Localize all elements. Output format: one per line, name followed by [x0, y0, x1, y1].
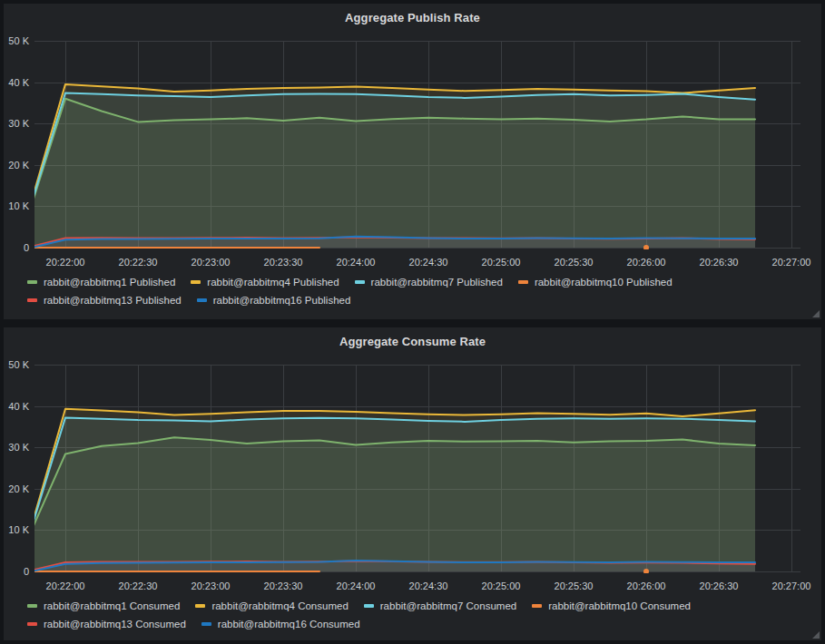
time-series-plot: 010 K20 K30 K40 K50 K20:22:0020:22:3020:…	[4, 4, 821, 276]
legend-item[interactable]: rabbit@rabbitmq13 Published	[27, 292, 182, 307]
panel-title-publish[interactable]: Aggregate Publish Rate	[4, 11, 821, 24]
svg-text:10 K: 10 K	[8, 200, 29, 211]
legend-series-color-icon	[532, 604, 542, 608]
legend-series-label: rabbit@rabbitmq10 Consumed	[548, 600, 691, 611]
svg-text:20:26:30: 20:26:30	[700, 581, 739, 591]
legend-series-color-icon	[195, 604, 205, 608]
legend-series-label: rabbit@rabbitmq4 Published	[207, 277, 339, 288]
svg-text:20:25:30: 20:25:30	[555, 581, 594, 591]
svg-text:20:23:30: 20:23:30	[264, 581, 303, 591]
svg-text:20:26:30: 20:26:30	[700, 257, 739, 268]
legend-series-color-icon	[191, 280, 201, 284]
svg-text:20:24:30: 20:24:30	[409, 581, 448, 591]
legend-series-label: rabbit@rabbitmq10 Published	[535, 277, 673, 288]
legend-series-color-icon	[27, 604, 37, 608]
panel-aggregate-publish-rate: 010 K20 K30 K40 K50 K20:22:0020:22:3020:…	[4, 4, 821, 319]
svg-text:50 K: 50 K	[8, 35, 29, 46]
legend-series-color-icon	[364, 604, 374, 608]
publish-rate-chart[interactable]: 010 K20 K30 K40 K50 K20:22:0020:22:3020:…	[4, 4, 821, 276]
legend-series-color-icon	[27, 298, 37, 302]
svg-text:50 K: 50 K	[8, 359, 29, 370]
svg-text:20:25:00: 20:25:00	[482, 581, 521, 591]
svg-text:30 K: 30 K	[8, 118, 29, 129]
svg-text:20:27:00: 20:27:00	[772, 257, 811, 268]
legend-series-color-icon	[355, 280, 365, 284]
legend-item[interactable]: rabbit@rabbitmq1 Consumed	[27, 598, 180, 613]
legend-series-label: rabbit@rabbitmq16 Consumed	[218, 619, 360, 629]
panel-aggregate-consume-rate: 010 K20 K30 K40 K50 K20:22:0020:22:3020:…	[4, 327, 821, 640]
legend-series-color-icon	[27, 280, 37, 284]
legend-item[interactable]: rabbit@rabbitmq7 Consumed	[364, 598, 516, 613]
svg-text:30 K: 30 K	[8, 442, 29, 453]
legend-series-label: rabbit@rabbitmq7 Published	[371, 277, 503, 288]
series-area	[34, 84, 755, 250]
consume-legend: rabbit@rabbitmq1 Consumedrabbit@rabbitmq…	[27, 598, 812, 631]
consume-rate-chart[interactable]: 010 K20 K30 K40 K50 K20:22:0020:22:3020:…	[4, 327, 821, 600]
svg-text:20:26:00: 20:26:00	[627, 257, 666, 268]
legend-series-label: rabbit@rabbitmq1 Published	[44, 277, 175, 288]
legend-series-color-icon	[197, 298, 207, 302]
legend-series-label: rabbit@rabbitmq13 Consumed	[44, 619, 186, 629]
legend-series-color-icon	[518, 280, 528, 284]
svg-text:20:22:30: 20:22:30	[119, 581, 158, 591]
svg-text:20:22:00: 20:22:00	[46, 257, 85, 268]
svg-text:20 K: 20 K	[8, 483, 29, 494]
legend-item[interactable]: rabbit@rabbitmq16 Published	[197, 292, 351, 307]
time-series-plot: 010 K20 K30 K40 K50 K20:22:0020:22:3020:…	[4, 327, 821, 600]
svg-text:10 K: 10 K	[8, 524, 29, 535]
svg-text:20:26:00: 20:26:00	[627, 581, 666, 591]
svg-text:20:27:00: 20:27:00	[772, 581, 811, 591]
svg-text:20:24:30: 20:24:30	[409, 257, 448, 268]
legend-series-label: rabbit@rabbitmq16 Published	[213, 295, 351, 306]
svg-text:20:24:00: 20:24:00	[337, 581, 376, 591]
panel-resize-handle-icon[interactable]	[812, 631, 820, 639]
panel-resize-handle-icon[interactable]	[812, 310, 820, 317]
svg-text:40 K: 40 K	[8, 401, 29, 412]
legend-series-label: rabbit@rabbitmq13 Published	[44, 295, 182, 306]
legend-series-color-icon	[27, 622, 37, 626]
svg-text:20:23:00: 20:23:00	[192, 581, 231, 591]
legend-item[interactable]: rabbit@rabbitmq10 Consumed	[532, 598, 691, 613]
svg-text:20:25:00: 20:25:00	[482, 257, 521, 268]
legend-item[interactable]: rabbit@rabbitmq13 Consumed	[27, 616, 186, 631]
svg-text:0: 0	[24, 242, 29, 253]
svg-text:0: 0	[24, 566, 29, 577]
publish-legend: rabbit@rabbitmq1 Publishedrabbit@rabbitm…	[27, 274, 812, 307]
legend-item[interactable]: rabbit@rabbitmq16 Consumed	[201, 616, 360, 631]
legend-item[interactable]: rabbit@rabbitmq4 Consumed	[195, 598, 348, 613]
svg-text:20:24:00: 20:24:00	[337, 257, 376, 268]
legend-item[interactable]: rabbit@rabbitmq7 Published	[355, 274, 503, 289]
legend-item[interactable]: rabbit@rabbitmq10 Published	[518, 274, 673, 289]
svg-text:40 K: 40 K	[8, 77, 29, 88]
svg-text:20:25:30: 20:25:30	[555, 257, 594, 268]
legend-series-color-icon	[201, 622, 211, 626]
series-area	[34, 409, 755, 574]
legend-series-label: rabbit@rabbitmq1 Consumed	[44, 600, 180, 611]
svg-text:20:22:30: 20:22:30	[119, 257, 158, 268]
legend-series-label: rabbit@rabbitmq4 Consumed	[211, 600, 348, 611]
svg-text:20:22:00: 20:22:00	[46, 581, 85, 591]
panel-title-consume[interactable]: Aggregate Consume Rate	[4, 335, 821, 348]
legend-item[interactable]: rabbit@rabbitmq1 Published	[27, 274, 175, 289]
svg-text:20 K: 20 K	[8, 160, 29, 171]
svg-text:20:23:30: 20:23:30	[264, 257, 303, 268]
legend-series-label: rabbit@rabbitmq7 Consumed	[380, 600, 516, 611]
legend-item[interactable]: rabbit@rabbitmq4 Published	[191, 274, 339, 289]
svg-text:20:23:00: 20:23:00	[192, 257, 231, 268]
